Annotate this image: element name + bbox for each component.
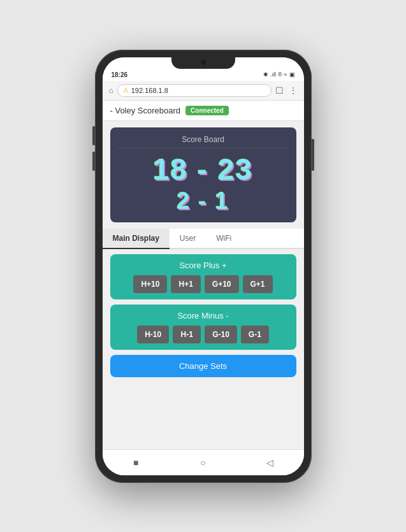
browser-tab-icon[interactable]: ☐ <box>275 85 284 96</box>
page-content: - Voley Scoreboard Connected Score Board… <box>103 101 304 449</box>
tab-main-display[interactable]: Main Display <box>103 229 170 249</box>
h-plus-10-button[interactable]: H+10 <box>133 275 167 293</box>
volume-down-button[interactable] <box>92 152 95 171</box>
browser-url-text: 192.168.1.8 <box>131 87 168 94</box>
phone-frame: 18:26 ✱ .ıll ® ≈ ▣ ⌂ ⚠ 192.168.1.8 ☐ ⋮ <box>95 50 312 483</box>
score-main: 18 - 23 <box>118 154 289 186</box>
scoreboard-title: Score Board <box>118 135 289 148</box>
browser-menu-icon[interactable]: ⋮ <box>289 85 298 96</box>
change-sets-title: Change Sets <box>117 361 290 371</box>
score-minus-title: Score Minus - <box>117 311 290 320</box>
h-minus-10-button[interactable]: H-10 <box>137 326 169 343</box>
tab-wifi[interactable]: WiFi <box>206 229 242 249</box>
score-plus-title: Score Plus + <box>117 261 290 270</box>
front-camera <box>201 60 206 65</box>
data-icon: ® <box>278 71 282 78</box>
volume-up-button[interactable] <box>92 126 95 145</box>
tab-user[interactable]: User <box>170 229 206 249</box>
page-header: - Voley Scoreboard Connected <box>103 101 304 121</box>
score-minus-buttons: H-10 H-1 G-10 G-1 <box>117 326 290 343</box>
nav-home-button[interactable]: ○ <box>195 455 210 470</box>
change-sets-section[interactable]: Change Sets <box>110 355 296 377</box>
score-plus-section: Score Plus + H+10 H+1 G+10 G+1 <box>110 254 296 299</box>
score-plus-buttons: H+10 H+1 G+10 G+1 <box>117 275 290 293</box>
h-plus-1-button[interactable]: H+1 <box>171 275 200 293</box>
browser-actions: ☐ ⋮ <box>275 85 298 96</box>
browser-url-bar[interactable]: ⚠ 192.168.1.8 <box>117 84 272 97</box>
power-button[interactable] <box>312 139 314 171</box>
h-minus-1-button[interactable]: H-1 <box>173 326 201 343</box>
status-icons: ✱ .ıll ® ≈ ▣ <box>263 71 295 78</box>
browser-home-icon[interactable]: ⌂ <box>109 86 113 95</box>
score-sets: 2 - 1 <box>118 188 289 215</box>
tabs-container: Main Display User WiFi <box>103 229 304 249</box>
scoreboard-section: Score Board 18 - 23 2 - 1 <box>110 127 296 223</box>
browser-warning-icon: ⚠ <box>123 87 129 94</box>
score-minus-section: Score Minus - H-10 H-1 G-10 G-1 <box>110 305 296 350</box>
nav-back-button[interactable]: ◁ <box>263 455 278 470</box>
g-plus-1-button[interactable]: G+1 <box>243 275 273 293</box>
page-title: - Voley Scoreboard <box>110 106 181 115</box>
connected-badge: Connected <box>185 106 229 115</box>
g-minus-1-button[interactable]: G-1 <box>241 326 269 343</box>
phone-notch <box>171 57 235 69</box>
battery-icon: ▣ <box>289 71 295 78</box>
g-minus-10-button[interactable]: G-10 <box>205 326 237 343</box>
bottom-nav: ■ ○ ◁ <box>103 449 304 475</box>
browser-bar: ⌂ ⚠ 192.168.1.8 ☐ ⋮ <box>103 81 304 101</box>
status-time: 18:26 <box>112 71 128 78</box>
nav-square-button[interactable]: ■ <box>128 455 143 470</box>
bluetooth-icon: ✱ <box>263 71 268 78</box>
signal-icon: .ıll <box>270 71 276 78</box>
g-plus-10-button[interactable]: G+10 <box>205 275 239 293</box>
phone-screen: 18:26 ✱ .ıll ® ≈ ▣ ⌂ ⚠ 192.168.1.8 ☐ ⋮ <box>103 57 304 475</box>
wifi-icon: ≈ <box>284 71 287 78</box>
